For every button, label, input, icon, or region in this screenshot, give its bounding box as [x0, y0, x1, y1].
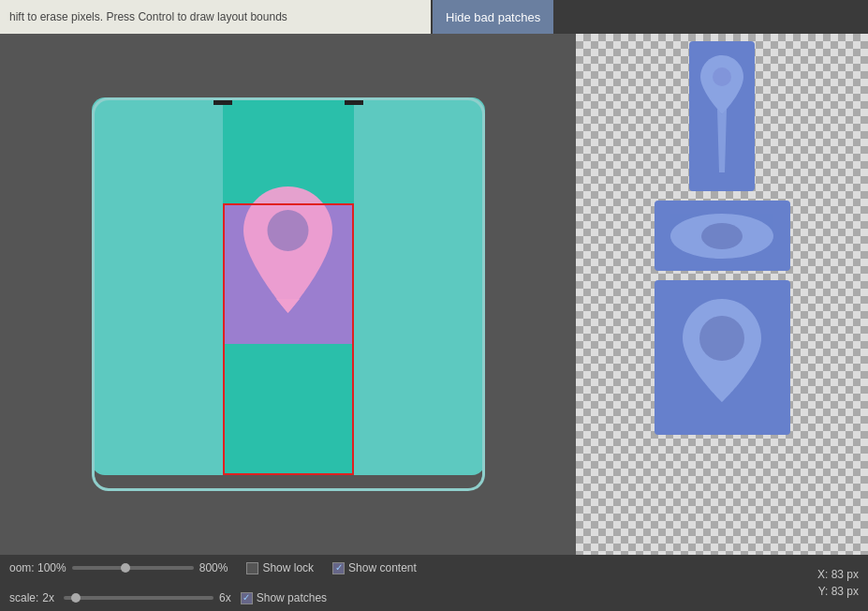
bottom-row1: oom: 100% 800% Show lock ✓ Show content — [9, 554, 566, 582]
icon-grid — [92, 97, 485, 491]
zoom-slider[interactable] — [72, 566, 194, 570]
zoom-slider-thumb[interactable] — [121, 563, 130, 573]
show-lock-wrap: Show lock — [246, 561, 314, 574]
hide-bad-patches-button[interactable]: Hide bad patches — [433, 0, 553, 34]
grid-cell-2-2 — [354, 344, 485, 475]
scale-min-label: 2x — [42, 591, 54, 604]
svg-point-1 — [713, 67, 731, 86]
edge-mark-right — [345, 97, 363, 105]
canvas-area — [0, 34, 576, 555]
map-pin-icon — [223, 154, 354, 425]
top-bar: hift to erase pixels. Press Control to d… — [0, 0, 868, 34]
bottom-bar: oom: 100% 800% Show lock ✓ Show content … — [0, 555, 576, 611]
edge-mark-left — [213, 97, 232, 105]
show-patches-checkbox[interactable]: ✓ — [241, 592, 253, 604]
checkmark-patches-icon: ✓ — [243, 593, 250, 603]
show-lock-checkbox[interactable] — [246, 562, 258, 574]
show-content-wrap: ✓ Show content — [332, 561, 417, 574]
zoom-label: oom: 100% — [9, 561, 66, 574]
bottom-row2: scale: 2x 6x ✓ Show patches — [9, 584, 566, 611]
coord-x: X: 83 px — [817, 568, 859, 581]
grid-cell-0-2 — [354, 97, 485, 203]
scale-slider[interactable] — [64, 596, 213, 600]
grid-cell-2-0 — [92, 344, 223, 475]
patch-2 — [655, 201, 790, 271]
patch-2-container — [655, 201, 790, 271]
grid-cell-1-0 — [92, 203, 223, 344]
zoom-max-label: 800% — [199, 561, 228, 574]
right-patches-panel — [576, 34, 868, 611]
patch-3 — [655, 280, 790, 435]
grid-cell-0-0 — [92, 97, 223, 203]
svg-point-4 — [699, 316, 744, 361]
patch-1 — [689, 41, 755, 191]
show-content-checkbox[interactable]: ✓ — [332, 562, 345, 574]
show-content-label: Show content — [348, 561, 417, 574]
checkmark-icon: ✓ — [335, 563, 343, 573]
patch-1-container — [689, 41, 755, 191]
status-text: hift to erase pixels. Press Control to d… — [0, 0, 431, 34]
scale-slider-thumb[interactable] — [71, 593, 81, 603]
show-lock-label: Show lock — [262, 561, 314, 574]
scale-max-label: 6x — [219, 591, 231, 604]
coordinates-panel: X: 83 px Y: 83 px — [576, 555, 868, 611]
svg-point-3 — [701, 223, 743, 249]
coord-y: Y: 83 px — [818, 585, 859, 598]
show-patches-wrap: ✓ Show patches — [241, 591, 327, 604]
show-patches-label: Show patches — [257, 591, 327, 604]
svg-point-0 — [268, 210, 309, 251]
patch-3-container — [655, 280, 790, 435]
scale-label: scale: — [9, 591, 38, 604]
grid-cell-1-2 — [354, 203, 485, 344]
